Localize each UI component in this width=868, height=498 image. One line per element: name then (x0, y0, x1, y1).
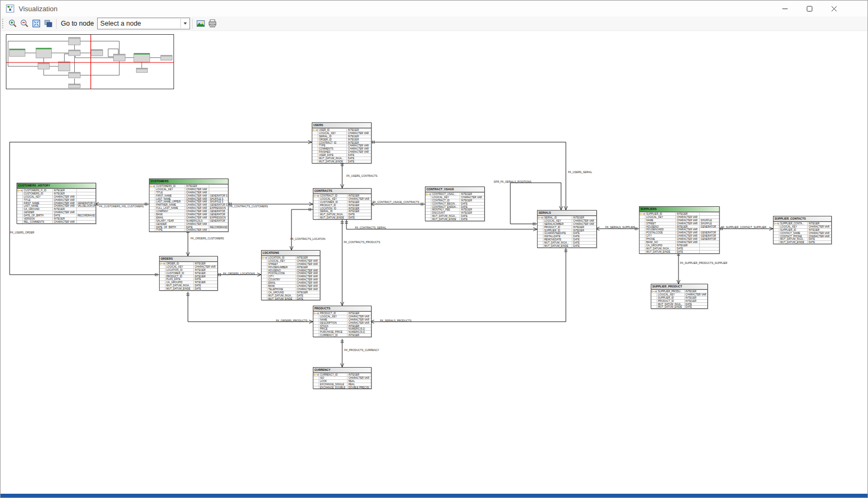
er-table-suppliers[interactable]: SUPPLIERSMSUPPLIER_IDINTEGERLOGICAL_KEYC… (639, 206, 720, 254)
er-column-row: CITYCHARACTER VAR (262, 275, 320, 278)
toolbar-grip[interactable] (2, 19, 5, 28)
primary-key-icon (774, 222, 777, 225)
er-table-contracts[interactable]: CONTRACTSMCONTRACT_IDINTEGERLOGICAL_KEYC… (313, 188, 372, 220)
er-table-contract-usage[interactable]: CONTRACT_USAGEMCONTRACT_USAG...INTEGERLO… (425, 186, 485, 221)
er-column-row: SALARY_YEARNUMERIC(9,2)GENERATOR (149, 219, 228, 222)
er-column-row: VERSIONINTEGER (17, 217, 96, 220)
er-column-row: MONTHLY_FEEINTEGER (425, 208, 484, 211)
er-column-row: TITLECHARACTER VAR (149, 191, 228, 194)
er-column-row: POSTALCODECHARACTER VAR (262, 271, 320, 275)
fit-to-window-button[interactable] (30, 18, 42, 29)
er-column-row: PRODUCT_IDINTEGER (651, 299, 707, 302)
fit-to-window-icon (31, 19, 41, 28)
er-column-row: TELEPHONECHARACTER VAR (262, 287, 320, 291)
er-column-row: HOUSENUMBERINTEGER (262, 266, 320, 269)
er-table-products[interactable]: PRODUCTSMPRODUCT_IDINTEGERLOGICAL_KEYCHA… (313, 306, 372, 337)
er-column-row: GUARANTEEDATEDATE (538, 231, 596, 235)
er-column-row: MSERIAL_IDINTEGER (538, 216, 596, 219)
er-column-row: MUT_DATUM_INGA...DATE (312, 157, 371, 160)
maximize-button[interactable] (797, 1, 822, 17)
er-column-row: CONTACT_NAMECHARACTER VAR (774, 231, 831, 235)
connector-contracts-location (291, 209, 313, 250)
primary-key-icon (149, 185, 153, 188)
combo-dropdown-button[interactable] (180, 19, 190, 28)
er-column-row: MUT_DATUM_EINDEDATE (312, 160, 371, 163)
node-select-combobox[interactable]: Select a node (97, 18, 190, 29)
export-image-button[interactable] (195, 18, 207, 29)
er-column-row: CONTRACT_BEGIN...DATE (425, 202, 484, 205)
er-column-row: MCONTRACT_USAG...INTEGER (425, 192, 484, 196)
er-column-row: CONTRACT_IDINTEGER (425, 199, 484, 202)
er-column-row: LAST_NAME_UPPERCHARACTER VARSHUFFLE S (149, 200, 228, 203)
er-column-row: LOGICAL_KEYCHARACTER VAR (640, 215, 719, 219)
er-column-row: CUSTOMER_IDINTEGER (313, 200, 371, 204)
er-table-serials[interactable]: SERIALSMSERIAL_IDINTEGERLOGICAL_KEYCHARA… (537, 210, 597, 248)
er-column-row: MUT_DATUM_INGA...DATE (262, 294, 320, 297)
er-column-row: NAMECHARACTER VARSHUFFLE (640, 219, 719, 222)
er-column-row: MORDER_IDINTEGER (160, 262, 217, 265)
er-column-row: MUT_DATUM_INGA...DATE (774, 237, 831, 240)
goto-node-label: Go to node (61, 20, 94, 27)
connector-label: FK_ORDERS_PRODUCTS (276, 320, 307, 322)
print-button[interactable] (207, 18, 218, 29)
er-column-row: MUT_DATUM_INGA...DATE (313, 213, 371, 216)
er-table-users[interactable]: USERSMUSER_IDINTEGERLOGICAL_KEYCHARACTER… (312, 122, 372, 164)
connector-label: FK_CONTRACTS_SERIAL (355, 227, 386, 229)
er-column-row: PURCHASE_PRICENUMERIC(9,2) (313, 330, 371, 333)
er-table-customers-history[interactable]: CUSTOMERS_HISTORYMCUSTOMERS_H_IDINTEGERC… (17, 183, 96, 224)
er-column-row: LOOKREAL (313, 379, 371, 383)
er-column-row: CA_GROUPIDINTEGER (160, 281, 217, 284)
er-column-row: MUT_DATUM_INGA...DATE (538, 241, 596, 244)
er-column-row: COUNTRYCHARACTER VAR (262, 278, 320, 281)
primary-key-icon (262, 256, 265, 259)
zoom-in-icon (8, 19, 18, 28)
er-column-row: MPRODUCT_IDINTEGER (313, 312, 371, 315)
overlap-windows-button[interactable] (42, 18, 54, 29)
er-column-row: SERIAL_IDINTEGER (313, 209, 371, 213)
er-column-row: MUT_DATUM_EINDEDATE (262, 297, 320, 300)
er-column-row: CA_GROUNDINTEGER (262, 291, 320, 294)
er-column-row: BANKCHARACTER VARGENERATOR (149, 213, 228, 216)
er-table-supplier-contacts[interactable]: SUPPLIER_CONTACTSMSUPPLIER_CONTA...INTEG… (773, 216, 832, 244)
connector-label: FK_CONTRACTS_CUSTOMERS (230, 205, 268, 208)
toolbar-separator (192, 19, 193, 29)
er-column-row: MUT_DATUM_EINDEDATE (640, 250, 719, 253)
primary-key-icon (313, 374, 317, 376)
er-table-customers[interactable]: CUSTOMERSMCUSTOMERS_IDINTEGERLOGICAL_KEY… (149, 178, 228, 232)
minimap[interactable] (6, 34, 174, 89)
er-column-row: LOGICAL_KEYCHARACTER VAR (425, 196, 484, 199)
connector-label: FK_USERS_ORDER (10, 231, 34, 234)
connector-label: FK_SUPPLIER_CONTACT_SUPPLIER (721, 226, 766, 229)
er-column-row: PRODUCT_IDINTEGER (160, 275, 217, 278)
er-table-locations[interactable]: LOCATIONSMLOCATION_IDINTEGERLOGICAL_KEYC… (261, 250, 320, 300)
er-column-row: GENDERCHARACTER VAR (17, 211, 96, 214)
er-column-row: CA_GROUPIDINTEGER (640, 244, 719, 247)
zoom-out-button[interactable] (19, 18, 30, 29)
er-table-currency[interactable]: CURRENCYMCURRENCY_IDINTEGERISOCHARACTER … (313, 367, 372, 389)
close-button[interactable] (822, 1, 846, 17)
node-select-value: Select a node (98, 20, 141, 27)
er-column-row: CUSTOMER_IDINTEGER (160, 271, 217, 275)
er-table-orders[interactable]: ORDERSMORDER_IDINTEGERLOGICAL_KEYCHARACT… (159, 256, 218, 291)
er-table-title: CURRENCY (313, 368, 371, 373)
er-table-supplier-product[interactable]: SUPPLIER_PRODUCTMSUPPLIER_PRODU...INTEGE… (651, 284, 708, 309)
er-column-row: SERIALNUMBERCHARACTER VAR (538, 222, 596, 225)
er-column-row: HOUSENOADDCHARACTER VAR (640, 228, 719, 231)
window-title: Visualization (19, 5, 58, 13)
zoom-in-button[interactable] (7, 18, 19, 29)
er-column-row: DISCOUNTINTEGER (425, 211, 484, 214)
er-column-row: CONTRACT_ENDDA...DATE (425, 205, 484, 208)
er-column-row: EMAILCHARACTER VAREXPRESSION (149, 216, 228, 219)
er-column-row: EMAILCHARACTER VAR (262, 281, 320, 284)
connector-label: FK_ORDERS_CUSTOMERS (191, 237, 224, 240)
er-column-row: BANK_NOCHARACTER VAR (640, 240, 719, 244)
er-column-row: MUT_DATUM_EINDEDATE (538, 244, 596, 247)
er-table-title: SUPPLIER_PRODUCT (651, 284, 707, 290)
er-column-row: DATE_OF_BIRTHDATERECORDRAND (17, 214, 96, 217)
er-table-title: ORDERS (160, 256, 217, 262)
er-column-row: LOGICAL_KEYCHARACTER VAR (774, 225, 831, 228)
zoom-out-icon (20, 19, 29, 28)
er-column-row: MUT_DATUM_EINDEDATE (651, 305, 707, 308)
er-column-row: FIRST_NAMECHARACTER VARGENERATOR S (149, 194, 228, 197)
minimize-button[interactable] (772, 1, 797, 17)
